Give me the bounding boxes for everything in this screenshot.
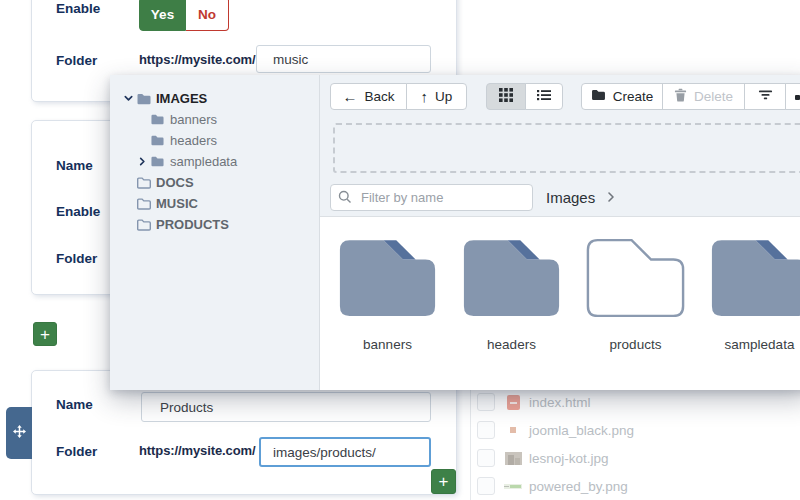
folder-input[interactable] — [256, 45, 431, 73]
list-view-button[interactable] — [525, 83, 563, 110]
enable-label: Enable — [56, 1, 100, 16]
folder-icon — [337, 237, 438, 319]
folder-icon — [709, 237, 800, 319]
folder-input-focused[interactable] — [259, 437, 431, 467]
list-icon — [537, 89, 551, 104]
folder-tile-products[interactable]: products — [585, 237, 686, 390]
breadcrumb-item-images[interactable]: Images — [546, 189, 595, 206]
search-input[interactable] — [330, 184, 533, 211]
image-thumbnail-icon — [504, 484, 522, 489]
url-prefix: https://mysite.com/ — [139, 443, 256, 458]
chevron-down-icon[interactable] — [120, 93, 136, 104]
search-icon — [338, 190, 352, 208]
tree-item-music[interactable]: MUSIC — [110, 193, 319, 214]
tree-item-headers[interactable]: headers — [110, 130, 319, 151]
file-name: joomla_black.png — [529, 423, 634, 438]
info-dot-icon — [795, 89, 800, 104]
folder-tile-sampledata[interactable]: sampledata — [709, 237, 800, 390]
folder-tile-banners[interactable]: banners — [337, 237, 438, 390]
folder-outline-icon — [585, 237, 686, 319]
image-file-icon — [504, 427, 522, 433]
enable-label: Enable — [56, 204, 100, 219]
folder-grid: banners headers products — [320, 217, 800, 390]
file-row[interactable]: powered_by.png — [460, 474, 628, 498]
delete-button[interactable]: Delete — [662, 83, 745, 110]
add-row-button[interactable]: + — [33, 322, 57, 346]
folder-outline-icon — [136, 197, 153, 211]
folder-icon — [136, 92, 153, 106]
action-button-group: Create Delete — [581, 83, 800, 110]
move-icon — [13, 424, 26, 442]
folder-icon — [150, 113, 167, 126]
tree-item-images[interactable]: IMAGES — [110, 88, 319, 109]
file-checkbox[interactable] — [477, 449, 495, 467]
arrow-left-icon: ← — [342, 89, 357, 104]
trash-icon — [674, 88, 687, 105]
folder-outline-icon — [136, 176, 153, 190]
file-row[interactable]: lesnoj-kot.jpg — [460, 446, 609, 470]
sort-filter-button[interactable] — [744, 83, 786, 110]
grid-view-button[interactable] — [486, 83, 526, 110]
view-toggle-group — [486, 83, 563, 110]
folder-add-icon — [591, 89, 606, 104]
file-checkbox[interactable] — [477, 421, 495, 439]
enable-switcher: Yes No — [139, 0, 229, 31]
screen: Enable Yes No Folder https://mysite.com/… — [0, 0, 800, 500]
background-file-list: index.html joomla_black.png lesnoj-kot.j… — [460, 388, 800, 500]
image-thumbnail-icon — [504, 452, 522, 465]
search-row: Images — [330, 184, 800, 211]
add-row-button[interactable]: + — [431, 469, 456, 494]
folder-outline-icon — [136, 218, 153, 232]
file-name: powered_by.png — [529, 479, 628, 494]
arrow-up-icon: ↑ — [421, 89, 429, 104]
file-row[interactable]: joomla_black.png — [460, 418, 634, 442]
folder-icon — [461, 237, 562, 319]
nav-button-group: ← Back ↑ Up — [330, 83, 467, 110]
folder-icon — [150, 134, 167, 147]
chevron-right-icon — [605, 189, 617, 207]
file-checkbox[interactable] — [477, 393, 495, 411]
info-button[interactable] — [785, 83, 800, 110]
folder-label: Folder — [56, 444, 97, 459]
media-toolbar: ← Back ↑ Up — [330, 83, 800, 110]
chevron-right-icon[interactable] — [134, 156, 150, 167]
folder-icon — [150, 155, 167, 168]
enable-yes-button[interactable]: Yes — [139, 0, 186, 31]
folder-tree: IMAGES banners headers — [110, 75, 320, 390]
grid-icon — [499, 88, 513, 105]
name-input[interactable] — [141, 392, 431, 422]
filter-lines-icon — [758, 89, 773, 104]
file-row[interactable]: index.html — [460, 390, 591, 414]
tree-item-banners[interactable]: banners — [110, 109, 319, 130]
file-checkbox[interactable] — [477, 477, 495, 495]
tree-item-sampledata[interactable]: sampledata — [110, 151, 319, 172]
name-label: Name — [56, 158, 93, 173]
folder-label: Folder — [56, 53, 97, 68]
upload-dropzone[interactable] — [333, 123, 800, 173]
enable-no-button[interactable]: No — [186, 0, 229, 31]
row-drag-handle[interactable] — [6, 407, 32, 459]
tree-item-products[interactable]: PRODUCTS — [110, 214, 319, 235]
search-field — [330, 184, 533, 211]
name-label: Name — [56, 397, 93, 412]
file-name: lesnoj-kot.jpg — [529, 451, 609, 466]
tree-item-docs[interactable]: DOCS — [110, 172, 319, 193]
create-button[interactable]: Create — [581, 83, 663, 110]
media-browser: ← Back ↑ Up — [320, 75, 800, 390]
file-name: index.html — [529, 395, 591, 410]
url-prefix: https://mysite.com/ — [139, 52, 256, 67]
folder-label: Folder — [56, 251, 97, 266]
breadcrumb: Images — [546, 189, 617, 207]
up-button[interactable]: ↑ Up — [406, 83, 467, 110]
html-file-icon — [504, 395, 522, 410]
back-button[interactable]: ← Back — [330, 83, 407, 110]
folder-tile-headers[interactable]: headers — [461, 237, 562, 390]
media-picker-modal: IMAGES banners headers — [110, 75, 800, 390]
